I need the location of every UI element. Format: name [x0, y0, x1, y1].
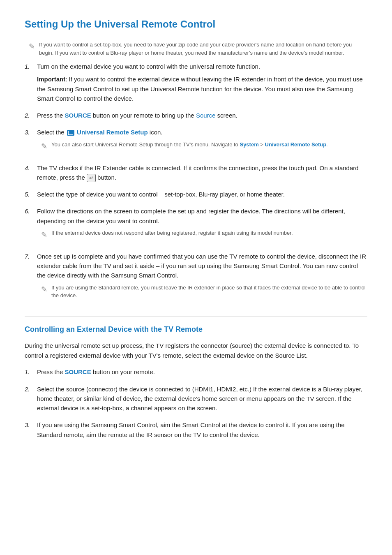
- step-6-note-text: If the external device does not respond …: [51, 229, 293, 237]
- universal-remote-setup-icon: [67, 130, 74, 136]
- nav-universal: Universal Remote Setup: [265, 141, 327, 148]
- control-step-3-text: If you are using the Samsung Smart Contr…: [37, 420, 367, 439]
- note-icon-3: ✎: [41, 141, 47, 153]
- step-1-important: Important: If you want to control the ex…: [37, 74, 367, 103]
- step-2-post: screen.: [215, 112, 237, 119]
- control-step-2: 2. Select the source (connector) the dev…: [25, 384, 367, 415]
- control-step-1-num: 1.: [25, 367, 37, 377]
- step-1-num: 1.: [25, 62, 37, 71]
- step-3-content: Select the Universal Remote Setup icon. …: [37, 127, 367, 157]
- step-1-content: Turn on the external device you want to …: [37, 62, 367, 105]
- step-3-pre: Select the: [37, 129, 66, 136]
- step-2-num: 2.: [25, 111, 37, 120]
- step-2: 2. Press the SOURCE button on your remot…: [25, 111, 367, 122]
- step-3-post: icon.: [148, 129, 163, 136]
- step-6-text: Follow the directions on the screen to c…: [37, 206, 367, 226]
- control-step-3-num: 3.: [25, 420, 37, 430]
- section-divider: [25, 316, 367, 317]
- source-link-2[interactable]: Source: [196, 112, 216, 119]
- control-step-2-text: Select the source (connector) the device…: [37, 384, 367, 413]
- step-6: 6. Follow the directions on the screen t…: [25, 206, 367, 245]
- step-7-content: Once set up is complete and you have con…: [37, 252, 367, 305]
- important-text: : If you want to control the external de…: [37, 76, 363, 102]
- enter-button-icon: ↵: [87, 174, 96, 183]
- prereq-note-text: If you want to control a set-top-box, yo…: [39, 41, 367, 57]
- step-2-mid: button on your remote to bring up the: [91, 112, 196, 119]
- step-1-text: Turn on the external device you want to …: [37, 62, 367, 71]
- step-2-text: Press the SOURCE button on your remote t…: [37, 111, 367, 120]
- source-link-1[interactable]: SOURCE: [65, 112, 91, 119]
- control-step-3-content: If you are using the Samsung Smart Contr…: [37, 420, 367, 441]
- page-title: Setting Up the Universal Remote Control: [25, 16, 367, 32]
- control-step-1-text: Press the SOURCE button on your remote.: [37, 367, 367, 377]
- step-4: 4. The TV checks if the IR Extender cabl…: [25, 163, 367, 184]
- control-step-2-content: Select the source (connector) the device…: [37, 384, 367, 415]
- step-6-note: ✎ If the external device does not respon…: [37, 229, 367, 241]
- step-2-pre: Press the: [37, 112, 65, 119]
- setup-steps-list: 1. Turn on the external device you want …: [25, 62, 367, 304]
- section2-intro: During the universal remote set up proce…: [25, 341, 367, 361]
- step-5: 5. Select the type of device you want to…: [25, 190, 367, 201]
- note-icon-6: ✎: [41, 229, 47, 241]
- step-6-num: 6.: [25, 206, 37, 216]
- step-3: 3. Select the Universal Remote Setup ico…: [25, 127, 367, 157]
- step-4-num: 4.: [25, 163, 37, 173]
- step-5-num: 5.: [25, 190, 37, 199]
- nav-system: System: [240, 141, 258, 148]
- step-5-content: Select the type of device you want to co…: [37, 190, 367, 201]
- section2-title: Controlling an External Device with the …: [25, 324, 367, 335]
- step-2-content: Press the SOURCE button on your remote t…: [37, 111, 367, 122]
- step-5-text: Select the type of device you want to co…: [37, 190, 367, 199]
- control-step-3: 3. If you are using the Samsung Smart Co…: [25, 420, 367, 441]
- control-step-2-num: 2.: [25, 384, 37, 394]
- control-steps-list: 1. Press the SOURCE button on your remot…: [25, 367, 367, 441]
- step-3-note-text: You can also start Universal Remote Setu…: [51, 141, 328, 149]
- step-4-content: The TV checks if the IR Extender cable i…: [37, 163, 367, 184]
- step-7-text: Once set up is complete and you have con…: [37, 252, 367, 280]
- step-7-num: 7.: [25, 252, 37, 261]
- universal-remote-setup-label: Universal Remote Setup: [77, 129, 148, 136]
- step-1: 1. Turn on the external device you want …: [25, 62, 367, 105]
- step-7-note-text: If you are using the Standard remote, yo…: [51, 284, 367, 300]
- step-3-note: ✎ You can also start Universal Remote Se…: [37, 141, 367, 153]
- control-step-1: 1. Press the SOURCE button on your remot…: [25, 367, 367, 378]
- note-icon-1: ✎: [29, 41, 35, 53]
- source-link-s2[interactable]: SOURCE: [65, 368, 91, 375]
- step-7: 7. Once set up is complete and you have …: [25, 252, 367, 305]
- important-label: Important: [37, 76, 65, 83]
- step-4-text: The TV checks if the IR Extender cable i…: [37, 163, 367, 183]
- control-step-1-content: Press the SOURCE button on your remote.: [37, 367, 367, 378]
- step-3-text: Select the Universal Remote Setup icon.: [37, 127, 367, 137]
- note-icon-7: ✎: [41, 284, 47, 296]
- step-6-content: Follow the directions on the screen to c…: [37, 206, 367, 245]
- step-7-note: ✎ If you are using the Standard remote, …: [37, 284, 367, 300]
- step-3-num: 3.: [25, 127, 37, 137]
- prereq-note: ✎ If you want to control a set-top-box, …: [25, 41, 367, 57]
